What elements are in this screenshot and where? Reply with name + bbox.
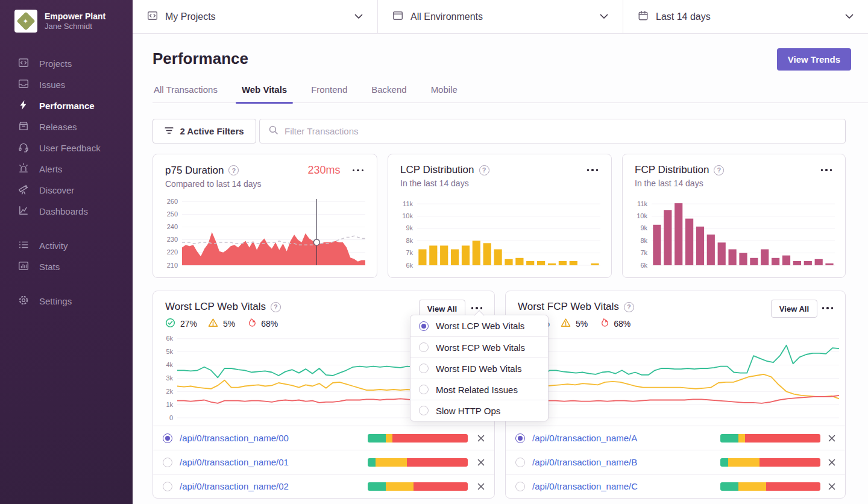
help-icon[interactable]: ? xyxy=(271,302,281,312)
tab-web-vitals[interactable]: Web Vitals xyxy=(241,81,288,102)
stats-icon xyxy=(18,260,29,273)
dropdown-item-slow-http-ops[interactable]: Slow HTTP Ops xyxy=(410,400,548,421)
help-icon[interactable]: ? xyxy=(624,302,634,312)
transaction-link[interactable]: /api/0/transaction_name/B xyxy=(532,457,637,467)
transaction-list: /api/0/transaction_name/A /api/0/transac… xyxy=(506,426,845,498)
warning-triangle-icon xyxy=(208,318,218,330)
close-icon[interactable] xyxy=(476,482,486,491)
table-row: /api/0/transaction_name/02 xyxy=(153,474,494,498)
dropdown-item-label: Worst LCP Web Vitals xyxy=(436,321,524,331)
vitals-bar xyxy=(720,434,820,443)
card-menu-button[interactable] xyxy=(821,304,835,312)
transaction-link[interactable]: /api/0/transaction_name/A xyxy=(532,433,637,443)
project-selector-label: My Projects xyxy=(165,11,216,22)
lcp-distribution-chart: 11k10k9k8k7k6k xyxy=(398,195,603,269)
calendar-icon xyxy=(638,10,649,24)
fire-icon xyxy=(599,318,609,330)
sidebar-item-label: User Feedback xyxy=(39,143,101,153)
table-row: /api/0/transaction_name/C xyxy=(506,474,845,498)
table-row: /api/0/transaction_name/00 xyxy=(153,426,494,450)
card-title: Worst FCP Web Vitals xyxy=(518,301,619,313)
close-icon[interactable] xyxy=(827,482,837,491)
p75-value: 230ms xyxy=(307,164,340,177)
performance-icon xyxy=(18,99,29,112)
transaction-radio[interactable] xyxy=(515,433,525,443)
svg-text:6k: 6k xyxy=(166,335,173,342)
sidebar-item-issues[interactable]: Issues xyxy=(0,74,133,95)
vitals-bar xyxy=(368,458,468,467)
sidebar-item-user-feedback[interactable]: User Feedback xyxy=(0,137,133,159)
transaction-radio[interactable] xyxy=(515,458,525,467)
transaction-link[interactable]: /api/0/transaction_name/01 xyxy=(180,457,289,467)
transaction-link[interactable]: /api/0/transaction_name/00 xyxy=(180,433,289,443)
tab-frontend[interactable]: Frontend xyxy=(310,81,348,102)
card-menu-button[interactable] xyxy=(351,167,365,174)
option-radio xyxy=(419,321,429,331)
sidebar-item-alerts[interactable]: Alerts xyxy=(0,159,133,180)
sidebar-item-projects[interactable]: Projects xyxy=(0,53,133,74)
sidebar-item-label: Discover xyxy=(39,185,74,195)
sidebar-item-activity[interactable]: Activity xyxy=(0,235,133,256)
date-range-selector[interactable]: Last 14 days xyxy=(623,0,868,33)
empower-plant-logo-icon: ✦ xyxy=(16,11,35,30)
sidebar-item-dashboards[interactable]: Dashboards xyxy=(0,201,133,222)
svg-text:10k: 10k xyxy=(637,212,647,219)
sidebar-item-stats[interactable]: Stats xyxy=(0,256,133,277)
svg-text:8k: 8k xyxy=(640,237,647,244)
environment-selector[interactable]: All Environments xyxy=(378,0,623,33)
card-title: LCP Distribution xyxy=(400,164,474,176)
transaction-link[interactable]: /api/0/transaction_name/02 xyxy=(180,481,289,491)
option-radio xyxy=(419,342,429,352)
dropdown-item-worst-lcp[interactable]: Worst LCP Web Vitals xyxy=(410,315,548,336)
svg-text:5k: 5k xyxy=(166,348,173,355)
close-icon[interactable] xyxy=(476,458,486,467)
sidebar-item-label: Performance xyxy=(39,101,95,111)
active-filters-button[interactable]: 2 Active Filters xyxy=(153,119,256,143)
transaction-radio[interactable] xyxy=(163,458,172,467)
transaction-radio[interactable] xyxy=(515,482,525,491)
sidebar-item-releases[interactable]: Releases xyxy=(0,116,133,137)
sidebar: ✦ Empower Plant Jane Schmidt Projects Is… xyxy=(0,0,133,504)
page-title: Performance xyxy=(153,49,248,68)
close-icon[interactable] xyxy=(827,458,837,467)
close-icon[interactable] xyxy=(476,433,486,443)
org-switcher[interactable]: ✦ Empower Plant Jane Schmidt xyxy=(0,0,133,33)
card-menu-button[interactable] xyxy=(470,304,484,312)
transaction-radio[interactable] xyxy=(163,433,172,443)
dropdown-item-worst-fcp[interactable]: Worst FCP Web Vitals xyxy=(410,336,548,358)
sidebar-item-label: Releases xyxy=(39,122,77,132)
dropdown-item-worst-fid[interactable]: Worst FID Web Vitals xyxy=(410,358,548,379)
tab-mobile[interactable]: Mobile xyxy=(430,81,459,102)
view-trends-button[interactable]: View Trends xyxy=(777,48,851,71)
transaction-link[interactable]: /api/0/transaction_name/C xyxy=(532,481,638,491)
help-icon[interactable]: ? xyxy=(479,165,489,175)
view-all-button[interactable]: View All xyxy=(771,300,817,318)
projects-icon xyxy=(147,10,158,24)
org-logo: ✦ xyxy=(14,10,37,33)
global-filter-bar: My Projects All Environments Last 14 day… xyxy=(133,0,868,34)
sidebar-item-label: Activity xyxy=(39,241,68,251)
option-radio xyxy=(419,385,429,394)
sidebar-item-settings[interactable]: Settings xyxy=(0,291,133,312)
project-selector[interactable]: My Projects xyxy=(133,0,378,33)
sidebar-item-label: Projects xyxy=(39,58,72,69)
transaction-radio[interactable] xyxy=(163,482,172,491)
close-icon[interactable] xyxy=(827,433,837,443)
vitals-bar xyxy=(720,458,820,467)
search-input[interactable] xyxy=(285,126,837,136)
transaction-list: /api/0/transaction_name/00 /api/0/transa… xyxy=(153,426,494,498)
sidebar-item-discover[interactable]: Discover xyxy=(0,180,133,201)
chevron-down-icon xyxy=(354,14,363,19)
tab-backend[interactable]: Backend xyxy=(370,81,407,102)
help-icon[interactable]: ? xyxy=(228,165,239,175)
help-icon[interactable]: ? xyxy=(714,165,724,175)
option-radio xyxy=(419,364,429,373)
svg-text:1k: 1k xyxy=(166,401,173,408)
card-menu-button[interactable] xyxy=(820,166,834,174)
check-circle-icon xyxy=(165,318,175,330)
card-menu-button[interactable] xyxy=(586,166,600,174)
sidebar-item-performance[interactable]: Performance xyxy=(0,95,133,116)
dropdown-item-most-related-issues[interactable]: Most Related Issues xyxy=(410,379,548,400)
tab-all-transactions[interactable]: All Transactions xyxy=(153,81,219,102)
sidebar-item-label: Alerts xyxy=(39,164,62,174)
